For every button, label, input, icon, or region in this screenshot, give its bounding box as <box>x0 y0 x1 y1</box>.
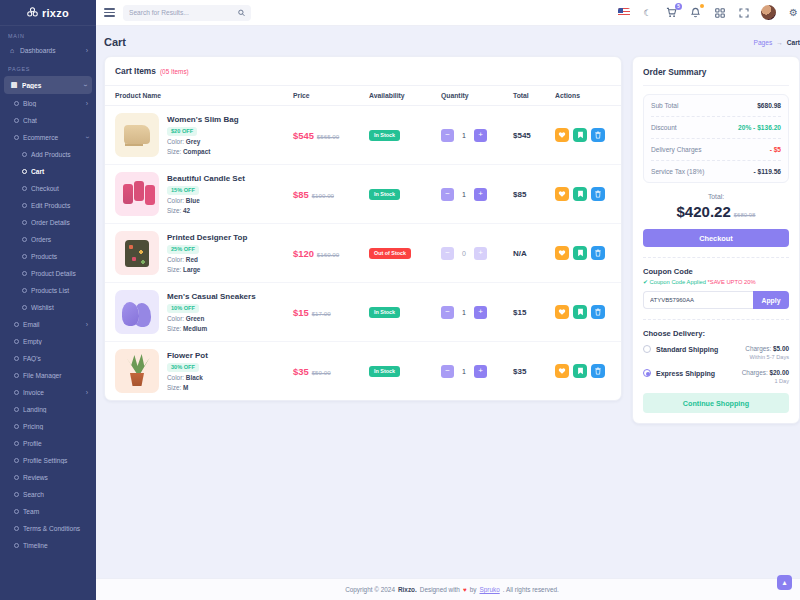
notifications-bell-icon[interactable] <box>689 6 702 19</box>
bullet-icon <box>14 526 19 531</box>
save-bookmark-button[interactable] <box>573 305 587 319</box>
bullet-icon <box>14 441 19 446</box>
language-flag-icon[interactable] <box>617 6 630 19</box>
save-bookmark-button[interactable] <box>573 128 587 142</box>
product-size: Size: 42 <box>167 207 245 214</box>
save-bookmark-button[interactable] <box>573 187 587 201</box>
cart-icon[interactable]: 5 <box>665 6 678 19</box>
sidebar-item[interactable]: ⌂ Dashboards <box>0 42 96 59</box>
sidebar-item[interactable]: Add Products <box>0 146 96 163</box>
search-input[interactable] <box>129 9 234 16</box>
sidebar-item[interactable]: Reviews <box>0 469 96 486</box>
sidebar-item[interactable]: Timeline <box>0 537 96 554</box>
bullet-icon <box>22 305 27 310</box>
sidebar-item[interactable]: Products <box>0 248 96 265</box>
sidebar-item[interactable]: Blog <box>0 95 96 112</box>
wishlist-heart-button[interactable] <box>555 187 569 201</box>
qty-plus-button[interactable]: + <box>474 129 487 142</box>
table-row: Printed Designer Top 25% OFF Color: Red … <box>105 224 621 283</box>
sidebar-item[interactable]: File Manager <box>0 367 96 384</box>
qty-minus-button[interactable]: − <box>441 188 454 201</box>
sidebar-item[interactable]: Products List <box>0 282 96 299</box>
summary-row: Sub Total $680.98 <box>651 95 781 117</box>
row-actions <box>555 364 611 378</box>
qty-minus-button[interactable]: − <box>441 365 454 378</box>
col-total: Total <box>513 92 555 99</box>
qty-plus-button[interactable]: + <box>474 365 487 378</box>
sidebar-item[interactable]: Ecommerce <box>0 129 96 146</box>
qty-minus-button[interactable]: − <box>441 306 454 319</box>
breadcrumb-pages-link[interactable]: Pages <box>754 39 773 46</box>
product-color: Color: Blue <box>167 197 245 204</box>
sidebar-item[interactable]: Empty <box>0 333 96 350</box>
wishlist-heart-button[interactable] <box>555 246 569 260</box>
sidebar-item[interactable]: Profile Settings <box>0 452 96 469</box>
sidebar-item[interactable]: Pricing <box>0 418 96 435</box>
sidebar-item-label: Dashboards <box>20 47 82 54</box>
wishlist-heart-button[interactable] <box>555 128 569 142</box>
sidebar-item[interactable]: Search <box>0 486 96 503</box>
cart-items-count: (05 Items) <box>160 68 189 75</box>
sidebar-item[interactable]: Order Details <box>0 214 96 231</box>
wishlist-heart-button[interactable] <box>555 364 569 378</box>
delivery-radio[interactable] <box>643 345 651 353</box>
sidebar-item[interactable]: Product Details <box>0 265 96 282</box>
sidebar-item: PAGES <box>0 59 96 75</box>
apps-grid-icon[interactable] <box>713 6 726 19</box>
fullscreen-icon[interactable] <box>737 6 750 19</box>
sidebar-item[interactable]: Cart <box>0 163 96 180</box>
bullet-icon <box>14 322 19 327</box>
qty-plus-button[interactable]: + <box>474 247 487 260</box>
qty-plus-button[interactable]: + <box>474 188 487 201</box>
sidebar-item-label: Empty <box>23 338 88 345</box>
menu-toggle-icon[interactable] <box>104 6 115 18</box>
sidebar-item[interactable]: Checkout <box>0 180 96 197</box>
sidebar-item[interactable]: Wishlist <box>0 299 96 316</box>
sidebar-item[interactable]: Profile <box>0 435 96 452</box>
checkout-button[interactable]: Checkout <box>643 229 789 247</box>
sidebar-item[interactable]: ▤ Pages <box>4 76 92 94</box>
sidebar-item[interactable]: Chat <box>0 112 96 129</box>
sidebar-item[interactable]: Terms & Conditions <box>0 520 96 537</box>
coupon-code-input[interactable] <box>643 291 753 309</box>
continue-shopping-button[interactable]: Continue Shopping <box>643 393 789 413</box>
sidebar-item[interactable]: Orders <box>0 231 96 248</box>
sidebar-item[interactable]: Email <box>0 316 96 333</box>
delete-trash-button[interactable] <box>591 187 605 201</box>
sidebar-item-label: Team <box>23 508 88 515</box>
user-avatar[interactable] <box>761 5 776 20</box>
col-price: Price <box>293 92 369 99</box>
qty-minus-button[interactable]: − <box>441 247 454 260</box>
dark-mode-icon[interactable]: ☾ <box>641 6 654 19</box>
brand-logo[interactable]: rixzo <box>0 0 96 26</box>
scroll-to-top-button[interactable]: ▴ <box>777 575 792 590</box>
delete-trash-button[interactable] <box>591 364 605 378</box>
bullet-icon <box>22 237 27 242</box>
stock-badge: In Stock <box>369 366 400 377</box>
col-product: Product Name <box>115 92 293 99</box>
delete-trash-button[interactable] <box>591 128 605 142</box>
delivery-radio[interactable] <box>643 369 651 377</box>
search-icon[interactable] <box>238 9 245 17</box>
product-price: $120 <box>293 248 314 259</box>
summary-label: Discount <box>651 124 677 131</box>
product-image <box>115 172 159 216</box>
sidebar-item[interactable]: Team <box>0 503 96 520</box>
cart-card-header: Cart Items (05 Items) <box>105 57 621 86</box>
save-bookmark-button[interactable] <box>573 246 587 260</box>
delete-trash-button[interactable] <box>591 246 605 260</box>
qty-value: 1 <box>454 191 474 198</box>
save-bookmark-button[interactable] <box>573 364 587 378</box>
summary-row: Discount 20% - $136.20 <box>651 117 781 139</box>
sidebar-item[interactable]: Edit Products <box>0 197 96 214</box>
wishlist-heart-button[interactable] <box>555 305 569 319</box>
qty-plus-button[interactable]: + <box>474 306 487 319</box>
sidebar-item[interactable]: Invoice <box>0 384 96 401</box>
delete-trash-button[interactable] <box>591 305 605 319</box>
footer-spruko-link[interactable]: Spruko <box>479 586 499 593</box>
settings-gear-icon[interactable]: ⚙ <box>787 6 800 19</box>
qty-minus-button[interactable]: − <box>441 129 454 142</box>
apply-coupon-button[interactable]: Apply <box>753 291 789 309</box>
sidebar-item[interactable]: FAQ's <box>0 350 96 367</box>
sidebar-item[interactable]: Landing <box>0 401 96 418</box>
